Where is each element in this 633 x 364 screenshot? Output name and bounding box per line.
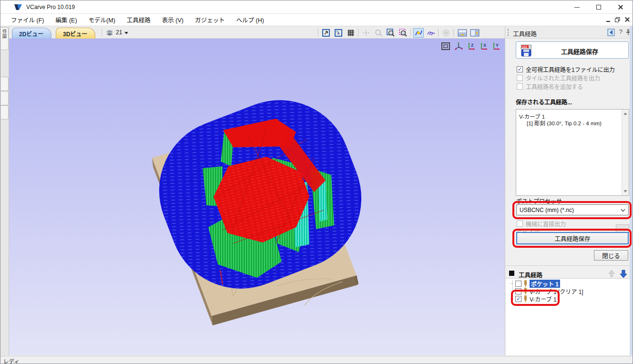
postprocessor-label: ポストプロセッサ (516, 197, 562, 205)
toolpath-preview-toggle-icon[interactable] (413, 28, 424, 38)
drill-icon (523, 295, 528, 303)
window-layout-horizontal-icon[interactable] (457, 28, 468, 38)
menu-file[interactable]: ファイル (F) (5, 13, 50, 26)
zoom-to-drawing-icon[interactable] (321, 28, 331, 38)
maximize-button[interactable] (588, 0, 610, 14)
mdi-restore-button[interactable] (615, 17, 620, 22)
toggle-grid-icon[interactable] (346, 28, 356, 38)
toolpath-list-icon (509, 271, 514, 276)
save-toolpath-card-title: 工具経路保存 (544, 47, 615, 56)
title-bar: VCarve Pro 10.019 (0, 0, 633, 14)
svg-text:Y: Y (496, 43, 499, 48)
menu-model[interactable]: モデル(M) (83, 13, 121, 26)
toolpath-panel-header: 工具経路 ? (505, 26, 633, 39)
help-icon[interactable]: ? (619, 28, 623, 35)
svg-text:Z: Z (471, 43, 474, 48)
saved-toolpaths-heading: 保存される工具経路... (516, 98, 572, 106)
toolpath-list-header: 工具経路 (505, 268, 633, 279)
scroll-up-icon[interactable] (623, 112, 627, 115)
checkbox-checked[interactable]: ✓ (517, 66, 523, 72)
move-down-icon[interactable] (619, 269, 628, 279)
chevron-down-icon (621, 209, 625, 212)
left-tab-3[interactable] (1, 91, 9, 105)
window-title: VCarve Pro 10.019 (26, 4, 75, 10)
toolpath-panel: 工具経路 ? G00 工具経路保存 ✓ (505, 26, 633, 355)
layer-dropdown-caret[interactable] (124, 32, 128, 34)
toolpath-tree: ポケット 1 V-カーブ 1 [クリア 1] ✓ V-カーブ 1 (506, 279, 630, 355)
save-toolpath-card: G00 工具経路保存 (516, 41, 629, 59)
tab-drawing[interactable]: 作図 (1, 27, 9, 50)
left-tab-strip: 作図 (0, 26, 9, 355)
option-append-name[interactable]: 工具経路名を追加する (517, 82, 583, 91)
scene-3d (9, 39, 505, 355)
menu-view[interactable]: 表示 (V) (156, 13, 189, 26)
drill-icon (523, 288, 528, 295)
pan-icon[interactable] (361, 28, 371, 38)
tab-drawing-label: 作図 (1, 29, 8, 39)
toolpath-panel-title: 工具経路 (513, 29, 537, 38)
scroll-down-icon[interactable] (623, 190, 627, 192)
move-up-icon[interactable] (607, 269, 616, 278)
view-orientation-icons: Z X Y (441, 41, 501, 51)
menu-help[interactable]: ヘルプ (H) (231, 13, 270, 26)
layers-icon[interactable] (105, 29, 114, 36)
menu-edit[interactable]: 編集 (E) (50, 13, 82, 26)
tab-2d-view[interactable]: 2Dビュー (12, 28, 51, 39)
option-direct-output[interactable]: 機械に直接出力 (517, 220, 566, 228)
status-bar: レディ (0, 356, 633, 364)
rotate-3d-view-icon[interactable] (453, 41, 464, 51)
close-panel-button[interactable]: 閉じる (594, 250, 628, 261)
postprocessor-select[interactable]: USBCNC (mm) (*.nc) (516, 204, 629, 215)
front-view-icon[interactable]: Y (491, 41, 501, 51)
save-toolpath-button[interactable]: 工具経路保存 (517, 233, 628, 244)
vcarve-window: VCarve Pro 10.019 ファイル (F) 編集 (E) モデル(M)… (0, 0, 633, 364)
vcarve-logo-icon (14, 4, 22, 11)
toolpath-item-pocket[interactable]: ポケット 1 (510, 280, 560, 287)
zoom-interactive-icon[interactable] (373, 28, 384, 38)
mdi-controls (606, 15, 630, 24)
zoom-selected-icon[interactable] (398, 28, 408, 38)
toolpath-list-title: 工具経路 (519, 270, 542, 279)
close-button[interactable] (610, 0, 632, 14)
tab-3d-view[interactable]: 3Dビュー (56, 28, 95, 39)
top-view-icon[interactable]: Z (467, 41, 476, 51)
toolpath-item-vcarve-clear[interactable]: V-カーブ 1 [クリア 1] (510, 287, 583, 295)
view-3d-canvas[interactable]: Z X Y (9, 39, 505, 355)
menu-gadget[interactable]: ガジェット (189, 13, 231, 26)
saved-list-scrollbar[interactable] (622, 110, 629, 195)
svg-text:X: X (483, 43, 486, 48)
close-icon (618, 5, 623, 10)
zoom-to-selection-icon[interactable] (333, 28, 344, 38)
status-text: レディ (3, 357, 20, 364)
left-tab-2[interactable] (1, 77, 9, 91)
view-tab-bar: 2Dビュー 3Dビュー 21 (0, 26, 505, 39)
multi-toolpath-icon[interactable] (426, 28, 436, 38)
layer-count[interactable]: 21 (116, 29, 122, 36)
isometric-view-icon[interactable] (441, 41, 450, 51)
window-layout-vertical-icon[interactable] (470, 28, 480, 38)
mdi-close-button[interactable] (625, 17, 630, 22)
menu-bar: ファイル (F) 編集 (E) モデル(M) 工具経路 表示 (V) ガジェット… (0, 14, 633, 26)
saved-toolpaths-list[interactable]: V-カーブ 1 [1] 彫刻 (30.0°, Tip 0.2 - 4 mm) (516, 109, 629, 196)
toolpath-item-vcarve[interactable]: ✓ V-カーブ 1 (510, 295, 557, 303)
drill-icon (523, 280, 528, 287)
minimize-button[interactable] (566, 0, 588, 14)
menu-toolpath[interactable]: 工具経路 (121, 13, 156, 26)
saved-toolpath-detail[interactable]: [1] 彫刻 (30.0°, Tip 0.2 - 4 mm) (527, 119, 602, 127)
svg-text:G00: G00 (522, 45, 527, 49)
option-output-single-file[interactable]: ✓ 全可視工具経路を1ファイルに出力 (517, 65, 615, 73)
side-view-icon[interactable]: X (479, 41, 489, 51)
left-tab-4[interactable] (1, 105, 9, 120)
panel-edge-strip (630, 26, 633, 355)
material-icon[interactable] (441, 28, 451, 38)
save-toolpath-icon: G00 (520, 44, 532, 57)
mdi-minimize-button[interactable] (606, 21, 610, 22)
option-output-tiled[interactable]: タイルされた工具経路を出力 (517, 74, 600, 82)
zoom-window-icon[interactable] (386, 28, 396, 38)
auto-hide-panel-icon[interactable] (607, 29, 615, 36)
